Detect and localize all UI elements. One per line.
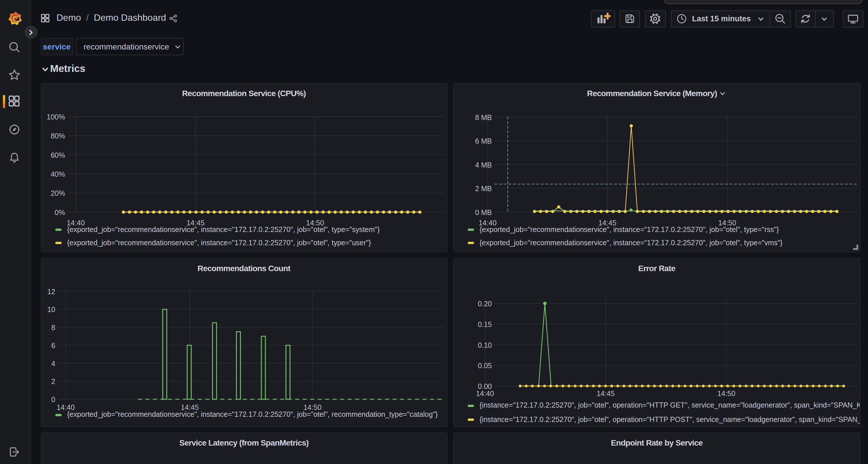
svg-text:0%: 0%	[55, 208, 65, 216]
svg-text:20%: 20%	[51, 189, 65, 197]
svg-text:14:40: 14:40	[476, 390, 494, 398]
svg-text:40%: 40%	[51, 170, 65, 178]
svg-text:0: 0	[51, 396, 55, 403]
svg-text:0 MB: 0 MB	[475, 208, 492, 216]
svg-text:14:50: 14:50	[303, 403, 321, 411]
svg-text:4: 4	[51, 360, 55, 368]
svg-text:4 MB: 4 MB	[475, 161, 492, 169]
svg-text:6 MB: 6 MB	[475, 137, 492, 145]
svg-text:14:40: 14:40	[57, 403, 74, 411]
svg-text:14:45: 14:45	[596, 390, 615, 398]
svg-text:6: 6	[51, 341, 55, 350]
svg-text:14:45: 14:45	[181, 403, 199, 411]
svg-text:100%: 100%	[46, 112, 65, 121]
svg-text:60%: 60%	[51, 151, 65, 159]
svg-text:12: 12	[47, 288, 55, 296]
svg-text:8: 8	[51, 324, 55, 332]
svg-text:2 MB: 2 MB	[475, 184, 492, 192]
svg-text:2: 2	[51, 377, 55, 386]
svg-text:80%: 80%	[51, 132, 65, 140]
svg-text:8 MB: 8 MB	[475, 113, 492, 121]
svg-text:10: 10	[47, 305, 55, 313]
svg-text:14:50: 14:50	[717, 390, 735, 398]
